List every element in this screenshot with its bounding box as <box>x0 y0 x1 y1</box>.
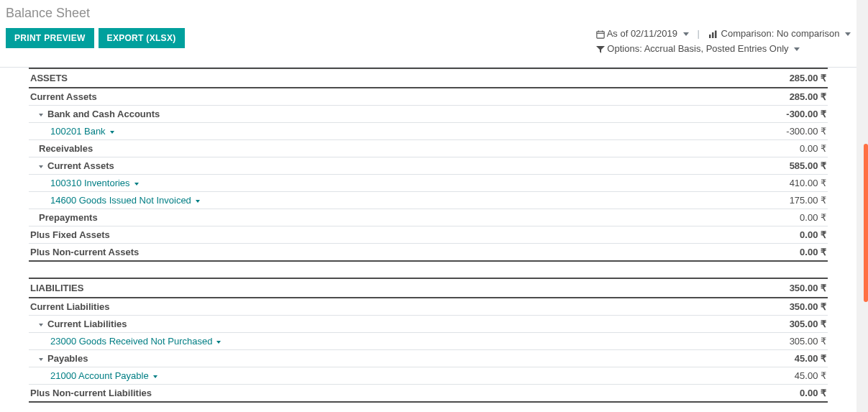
scroll-thumb[interactable] <box>864 144 868 302</box>
assets-amount: 285.00 ₹ <box>683 68 828 88</box>
row-bank[interactable]: 100201 Bank -300.00 ₹ <box>29 123 828 140</box>
comparison-filter[interactable]: Comparison: No comparison <box>708 28 851 39</box>
plus-fixed-amount: 0.00 ₹ <box>683 226 828 244</box>
current-assets-hdr-label: Current Assets <box>29 88 683 106</box>
account-payable-amount: 45.00 ₹ <box>683 367 828 385</box>
current-assets-amount: 585.00 ₹ <box>683 157 828 175</box>
date-filter[interactable]: As of 02/11/2019 <box>596 28 689 39</box>
row-current-assets-header[interactable]: Current Assets 285.00 ₹ <box>29 88 828 106</box>
row-current-liabilities-header[interactable]: Current Liabilities 350.00 ₹ <box>29 298 828 316</box>
bank-link[interactable]: 100201 Bank <box>50 126 106 137</box>
row-inventories[interactable]: 100310 Inventories 410.00 ₹ <box>29 175 828 192</box>
row-liabilities[interactable]: LIABILITIES 350.00 ₹ <box>29 278 828 298</box>
chevron-down-icon <box>153 375 157 378</box>
print-preview-button[interactable]: PRINT PREVIEW <box>6 28 94 48</box>
chevron-down-icon <box>683 32 689 36</box>
row-plus-fixed-assets[interactable]: Plus Fixed Assets 0.00 ₹ <box>29 226 828 244</box>
cur-liab-amount: 305.00 ₹ <box>683 316 828 333</box>
goods-received-amount: 305.00 ₹ <box>683 333 828 350</box>
bank-cash-amount: -300.00 ₹ <box>683 106 828 123</box>
prepayments-label: Prepayments <box>29 209 683 226</box>
chart-icon <box>708 30 718 39</box>
filter-icon <box>596 45 605 54</box>
plus-nca-label: Plus Non-current Assets <box>29 244 683 262</box>
cur-liab-hdr-label: Current Liabilities <box>29 298 683 316</box>
chevron-down-icon <box>134 183 139 186</box>
cur-liab-hdr-amount: 350.00 ₹ <box>683 298 828 316</box>
options-filter[interactable]: Options: Accrual Basis, Posted Entries O… <box>596 43 800 54</box>
plus-ncl-amount: 0.00 ₹ <box>683 385 828 403</box>
row-payables[interactable]: Payables 45.00 ₹ <box>29 350 828 367</box>
cur-liab-label: Current Liabilities <box>47 319 127 329</box>
row-current-liabilities[interactable]: Current Liabilities 305.00 ₹ <box>29 316 828 333</box>
prepayments-amount: 0.00 ₹ <box>683 209 828 226</box>
row-goods-issued[interactable]: 14600 Goods Issued Not Invoiced 175.00 ₹ <box>29 192 828 209</box>
plus-fixed-label: Plus Fixed Assets <box>29 226 683 244</box>
inventories-link[interactable]: 100310 Inventories <box>50 178 130 188</box>
row-plus-nca[interactable]: Plus Non-current Assets 0.00 ₹ <box>29 244 828 262</box>
row-current-assets[interactable]: Current Assets 585.00 ₹ <box>29 157 828 175</box>
chevron-down-icon <box>794 47 800 51</box>
options-value: Accrual Basis, Posted Entries Only <box>644 43 789 54</box>
bank-cash-label: Bank and Cash Accounts <box>47 109 160 119</box>
asof-label: As of <box>607 28 629 39</box>
chevron-down-icon <box>196 200 200 203</box>
payables-label: Payables <box>47 353 88 364</box>
payables-amount: 45.00 ₹ <box>683 350 828 367</box>
comparison-label: Comparison: <box>721 28 775 39</box>
receivables-label: Receivables <box>29 140 683 157</box>
goods-issued-link[interactable]: 14600 Goods Issued Not Invoiced <box>50 195 191 206</box>
calendar-icon <box>596 30 605 39</box>
plus-nca-amount: 0.00 ₹ <box>683 244 828 262</box>
goods-issued-amount: 175.00 ₹ <box>683 192 828 209</box>
chevron-down-icon <box>39 114 43 116</box>
row-assets[interactable]: ASSETS 285.00 ₹ <box>29 68 828 88</box>
export-xlsx-button[interactable]: EXPORT (XLSX) <box>99 28 185 48</box>
chevron-down-icon <box>216 341 221 344</box>
chevron-down-icon <box>39 324 43 326</box>
page-title: Balance Sheet <box>6 6 851 21</box>
liabilities-label: LIABILITIES <box>29 278 683 298</box>
receivables-amount: 0.00 ₹ <box>683 140 828 157</box>
row-goods-received[interactable]: 23000 Goods Received Not Purchased 305.0… <box>29 333 828 350</box>
options-label: Options: <box>607 43 641 54</box>
svg-rect-5 <box>712 32 714 38</box>
inventories-amount: 410.00 ₹ <box>683 175 828 192</box>
svg-rect-4 <box>709 35 711 38</box>
header: Balance Sheet PRINT PREVIEW EXPORT (XLSX… <box>0 0 856 68</box>
svg-rect-0 <box>597 31 604 37</box>
chevron-down-icon <box>39 165 43 168</box>
bank-amount: -300.00 ₹ <box>683 123 828 140</box>
row-prepayments[interactable]: Prepayments 0.00 ₹ <box>29 209 828 226</box>
current-assets-hdr-amount: 285.00 ₹ <box>683 88 828 106</box>
comparison-value: No comparison <box>777 28 839 39</box>
assets-label: ASSETS <box>29 68 683 88</box>
row-account-payable[interactable]: 21000 Account Payable 45.00 ₹ <box>29 367 828 385</box>
row-plus-ncl[interactable]: Plus Non-current Liabilities 0.00 ₹ <box>29 385 828 403</box>
row-receivables[interactable]: Receivables 0.00 ₹ <box>29 140 828 157</box>
current-assets-label: Current Assets <box>47 160 114 171</box>
report-filters: As of 02/11/2019 | Comparison: No compar… <box>596 28 851 58</box>
plus-ncl-label: Plus Non-current Liabilities <box>29 385 683 403</box>
asof-date: 02/11/2019 <box>631 28 677 39</box>
chevron-down-icon <box>110 131 114 134</box>
account-payable-link[interactable]: 21000 Account Payable <box>50 370 149 381</box>
report-body: ASSETS 285.00 ₹ Current Assets 285.00 ₹ … <box>0 68 856 412</box>
chevron-down-icon <box>39 358 43 361</box>
goods-received-link[interactable]: 23000 Goods Received Not Purchased <box>50 336 212 347</box>
svg-rect-6 <box>715 30 717 38</box>
chevron-down-icon <box>845 32 851 36</box>
row-bank-cash[interactable]: Bank and Cash Accounts -300.00 ₹ <box>29 106 828 123</box>
scrollbar[interactable] <box>856 0 868 412</box>
liabilities-amount: 350.00 ₹ <box>683 278 828 298</box>
